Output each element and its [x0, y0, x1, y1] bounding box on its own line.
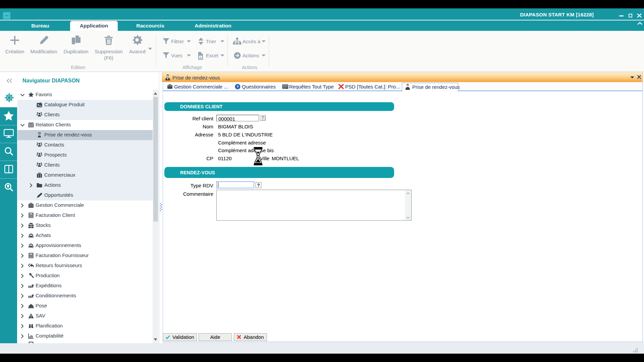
svg-text:?: ?: [236, 85, 239, 89]
svg-text:x: x: [200, 56, 202, 59]
